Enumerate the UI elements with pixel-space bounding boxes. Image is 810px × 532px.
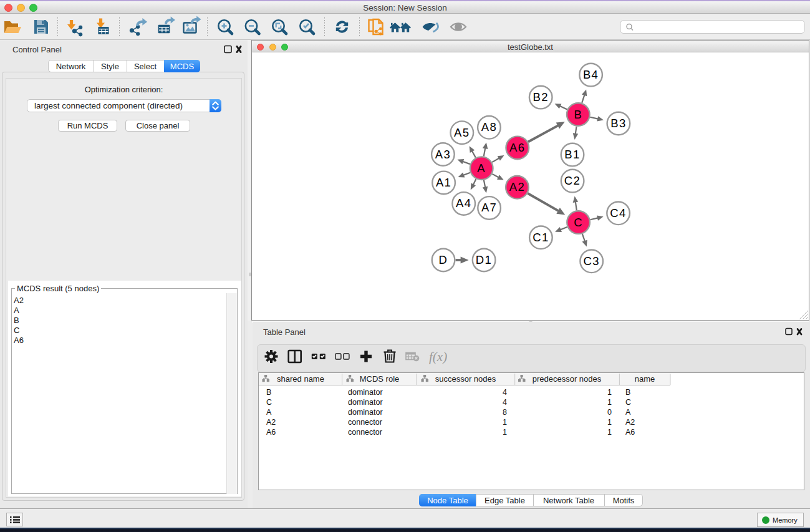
svg-text:1: 1	[607, 418, 612, 427]
svg-text:C: C	[266, 398, 272, 407]
svg-text:A6: A6	[625, 428, 635, 437]
svg-text:B: B	[574, 108, 582, 121]
svg-text:B4: B4	[583, 68, 599, 81]
svg-text:A1: A1	[436, 176, 451, 189]
svg-text:A: A	[266, 408, 272, 417]
svg-text:B1: B1	[564, 148, 580, 161]
svg-text:C3: C3	[583, 254, 599, 268]
svg-text:1: 1	[607, 428, 612, 437]
svg-text:1: 1	[503, 428, 507, 437]
svg-text:A2: A2	[266, 418, 276, 427]
svg-text:0: 0	[607, 408, 612, 417]
svg-text:A: A	[477, 162, 486, 175]
svg-text:dominator: dominator	[348, 388, 383, 397]
svg-text:8: 8	[503, 408, 507, 417]
svg-text:connector: connector	[348, 418, 382, 427]
svg-text:dominator: dominator	[348, 398, 383, 407]
svg-text:A3: A3	[435, 148, 451, 161]
svg-text:A8: A8	[481, 120, 497, 133]
svg-text:C2: C2	[564, 174, 581, 187]
svg-text:B3: B3	[610, 117, 626, 130]
svg-text:A4: A4	[456, 196, 471, 210]
svg-text:C4: C4	[610, 206, 626, 220]
svg-text:A6: A6	[266, 428, 276, 437]
svg-text:A7: A7	[481, 201, 497, 214]
svg-text:C: C	[625, 398, 631, 407]
svg-text:C: C	[574, 216, 583, 229]
svg-text:D: D	[439, 253, 448, 266]
svg-text:1: 1	[503, 418, 507, 427]
svg-text:4: 4	[503, 398, 507, 407]
svg-text:A2: A2	[509, 180, 525, 193]
svg-text:B2: B2	[533, 90, 548, 104]
svg-text:A2: A2	[625, 418, 635, 427]
svg-text:connector: connector	[348, 428, 382, 437]
svg-text:B: B	[266, 388, 271, 397]
svg-text:A6: A6	[509, 141, 525, 154]
svg-text:dominator: dominator	[348, 408, 383, 417]
svg-text:A5: A5	[454, 126, 470, 139]
svg-text:D1: D1	[476, 253, 492, 266]
svg-text:A: A	[625, 408, 631, 417]
svg-text:f(x): f(x)	[429, 349, 447, 364]
svg-text:1: 1	[607, 388, 612, 397]
svg-text:B: B	[625, 388, 630, 397]
svg-text:C1: C1	[533, 231, 549, 244]
svg-text:1: 1	[607, 398, 612, 407]
svg-text:4: 4	[503, 388, 507, 397]
